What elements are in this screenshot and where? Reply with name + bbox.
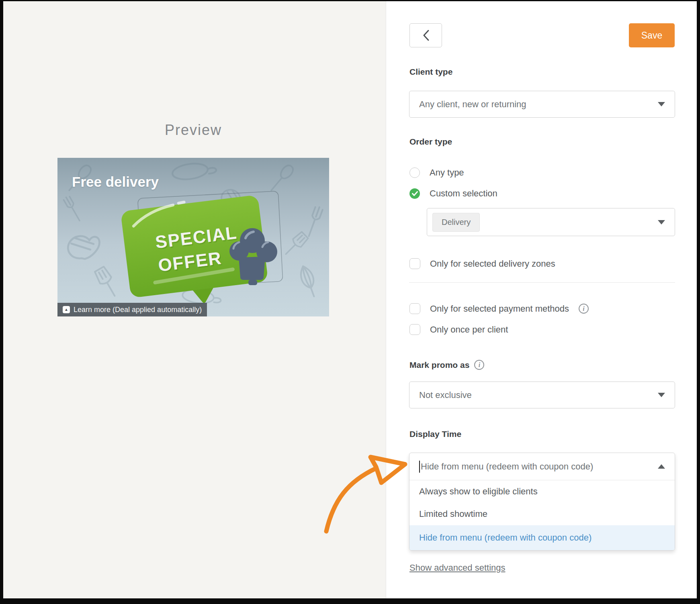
checkbox-unchecked-icon[interactable] xyxy=(409,258,420,269)
info-icon[interactable]: i xyxy=(474,360,484,370)
chevron-up-icon[interactable] xyxy=(658,464,665,469)
screenshot-frame: Preview Free delivery xyxy=(0,0,700,604)
display-time-input[interactable]: Hide from menu (redeem with coupon code) xyxy=(409,453,675,480)
client-type-select[interactable]: Any client, new or returning xyxy=(409,91,675,118)
option-always-show[interactable]: Always show to eligible clients xyxy=(409,480,675,503)
checkbox-delivery-zones[interactable]: Only for selected delivery zones xyxy=(409,258,555,269)
client-type-label: Client type xyxy=(409,67,452,77)
radio-custom-selection-label: Custom selection xyxy=(430,188,497,199)
app-window: Preview Free delivery xyxy=(3,1,697,598)
banner-caption[interactable]: ▲ Learn more (Deal applied automatically… xyxy=(57,303,207,316)
checkbox-delivery-zones-label: Only for selected delivery zones xyxy=(430,259,555,269)
display-time-combobox: Hide from menu (redeem with coupon code)… xyxy=(409,453,675,551)
checkbox-unchecked-icon[interactable] xyxy=(409,303,420,314)
mark-promo-as-select[interactable]: Not exclusive xyxy=(409,382,675,408)
chevron-left-icon xyxy=(422,29,430,41)
display-time-value: Hide from menu (redeem with coupon code) xyxy=(421,461,593,472)
display-time-label: Display Time xyxy=(409,429,461,439)
preview-pane: Preview Free delivery xyxy=(3,1,386,598)
preview-title: Preview xyxy=(57,122,329,139)
radio-checked-icon[interactable] xyxy=(409,188,420,199)
order-type-label: Order type xyxy=(409,137,452,147)
checkbox-once-per-client[interactable]: Only once per client xyxy=(409,324,508,335)
option-hide-from-menu[interactable]: Hide from menu (redeem with coupon code) xyxy=(409,525,675,550)
back-button[interactable] xyxy=(409,23,442,47)
radio-any-type-label: Any type xyxy=(430,167,464,178)
chevron-down-icon xyxy=(658,102,665,106)
checkbox-payment-methods-label: Only for selected payment methods xyxy=(430,304,569,314)
show-advanced-settings-link[interactable]: Show advanced settings xyxy=(409,563,506,573)
text-cursor xyxy=(419,461,420,473)
delivery-tag[interactable]: Delivery xyxy=(432,213,480,232)
mark-promo-as-label: Mark promo as i xyxy=(409,360,484,370)
promo-headline: Free delivery xyxy=(72,174,159,190)
radio-any-type[interactable]: Any type xyxy=(409,167,464,178)
radio-custom-selection[interactable]: Custom selection xyxy=(409,188,497,199)
mark-promo-as-text: Mark promo as xyxy=(409,360,469,370)
mark-promo-as-value: Not exclusive xyxy=(419,390,472,400)
section-divider xyxy=(409,282,675,283)
checkbox-once-per-client-label: Only once per client xyxy=(430,324,508,335)
checkbox-unchecked-icon[interactable] xyxy=(409,324,420,335)
checkbox-payment-methods[interactable]: Only for selected payment methods i xyxy=(409,303,589,314)
banner-caption-text: Learn more (Deal applied automatically) xyxy=(74,306,202,314)
promo-preview-banner: Free delivery xyxy=(57,158,329,316)
option-limited-showtime[interactable]: Limited showtime xyxy=(409,503,675,525)
chevron-down-icon xyxy=(658,393,665,397)
radio-unchecked-icon[interactable] xyxy=(409,167,420,178)
settings-panel: Save Client type Any client, new or retu… xyxy=(386,1,697,598)
expand-arrow-icon: ▲ xyxy=(63,306,70,313)
save-button[interactable]: Save xyxy=(629,23,675,47)
chevron-down-icon xyxy=(658,220,665,224)
client-type-value: Any client, new or returning xyxy=(419,99,526,110)
info-icon[interactable]: i xyxy=(579,304,589,314)
order-type-multiselect[interactable]: Delivery xyxy=(427,208,675,236)
